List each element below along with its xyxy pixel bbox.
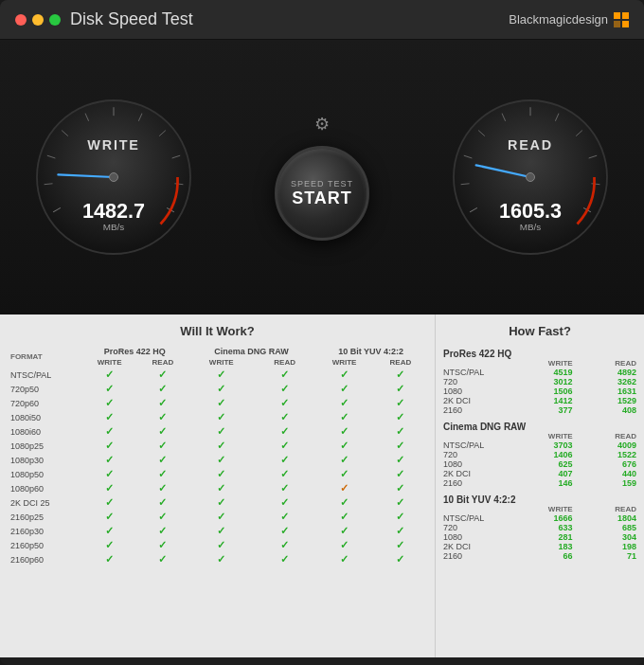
table-row: 2160p25✓✓✓✓✓✓ <box>8 510 427 524</box>
title-bar: Disk Speed Test Blackmagicdesign <box>0 0 644 40</box>
speed-read-val: 1804 <box>573 513 636 523</box>
check-cell: ✓ <box>137 524 188 538</box>
check-cell: ✓ <box>137 495 188 510</box>
speed-write-val: 3012 <box>500 377 573 386</box>
check-cell: ✓ <box>374 410 427 424</box>
speed-read-val: 676 <box>573 459 636 469</box>
format-col-header: FORMAT <box>8 346 81 368</box>
check-cell: ✓ <box>137 510 188 524</box>
check-cell: ✓ <box>255 439 314 453</box>
table-row: NTSC/PAL✓✓✓✓✓✓ <box>8 368 427 382</box>
start-main-label: START <box>292 189 352 208</box>
format-label: 1080i60 <box>8 424 81 439</box>
close-button[interactable] <box>15 14 27 26</box>
speed-row: 1080625676 <box>443 459 636 469</box>
check-cell: ✓ <box>81 524 137 538</box>
speed-write-val: 146 <box>500 478 573 488</box>
format-label: 2160p60 <box>8 552 81 566</box>
check-cell: ✓ <box>374 495 427 510</box>
speed-col-header: READ <box>573 432 636 440</box>
yuv-read-header: READ <box>374 357 427 368</box>
check-cell: ✓ <box>255 382 314 396</box>
speed-write-val: 3703 <box>500 440 573 450</box>
check-cell: ✓ <box>314 510 373 524</box>
check-cell: ✓ <box>81 481 137 495</box>
speed-read-val: 4892 <box>573 368 636 377</box>
speed-row-label: 2K DCI <box>443 469 500 478</box>
speed-row-label: 1080 <box>443 459 500 469</box>
check-cell: ✓ <box>137 439 188 453</box>
speed-write-val: 1666 <box>500 513 573 523</box>
check-cell: ✓ <box>81 538 137 552</box>
read-gauge-svg: READ 1605.3 MB/s <box>445 92 616 262</box>
check-cell: ✓ <box>374 538 427 552</box>
speed-read-val: 304 <box>573 532 636 542</box>
read-gauge: READ 1605.3 MB/s <box>445 92 616 262</box>
check-cell: ✓ <box>255 410 314 424</box>
check-cell: ✓ <box>188 396 255 410</box>
check-cell: ✓ <box>137 481 188 495</box>
check-cell: ✓ <box>255 481 314 495</box>
check-cell: ✓ <box>188 538 255 552</box>
format-label: 720p50 <box>8 382 81 396</box>
check-cell: ✓ <box>255 467 314 481</box>
speed-row: 2K DCI14121529 <box>443 396 636 405</box>
check-cell: ✓ <box>137 467 188 481</box>
settings-gear-icon[interactable]: ⚙ <box>314 114 330 135</box>
brand-sq-3 <box>614 21 620 27</box>
check-cell: ✓ <box>314 467 373 481</box>
start-button[interactable]: SPEED TEST START <box>275 146 369 241</box>
dng-write-header: WRITE <box>188 357 255 368</box>
speed-write-val: 183 <box>500 542 573 551</box>
svg-text:MB/s: MB/s <box>520 222 542 232</box>
check-cell: ✓ <box>255 424 314 439</box>
check-cell: ✓ <box>137 538 188 552</box>
check-cell: ✓ <box>255 396 314 410</box>
table-row: 2160p60✓✓✓✓✓✓ <box>8 552 427 566</box>
speed-col-header: WRITE <box>500 432 573 440</box>
speed-row: 72014061522 <box>443 450 636 459</box>
speed-row: 1080281304 <box>443 532 636 542</box>
prores-write-header: WRITE <box>81 357 137 368</box>
speed-read-val: 198 <box>573 542 636 551</box>
minimize-button[interactable] <box>32 14 44 26</box>
speed-write-val: 625 <box>500 459 573 469</box>
speed-read-val: 1529 <box>573 396 636 405</box>
check-cell: ✓ <box>188 368 255 382</box>
speed-tables: ProRes 422 HQWRITEREADNTSC/PAL4519489272… <box>443 346 636 561</box>
format-label: 1080p60 <box>8 481 81 495</box>
speed-col-header: WRITE <box>500 505 573 513</box>
maximize-button[interactable] <box>49 14 61 26</box>
cinema-dng-header: Cinema DNG RAW <box>188 346 315 357</box>
format-label: 2160p25 <box>8 510 81 524</box>
speed-col-header: READ <box>573 359 636 368</box>
check-cell: ✓ <box>314 495 373 510</box>
speed-write-val: 1406 <box>500 450 573 459</box>
check-cell: ✓ <box>81 467 137 481</box>
svg-text:MB/s: MB/s <box>103 222 125 232</box>
format-label: 2160p30 <box>8 524 81 538</box>
speed-row-label: 720 <box>443 450 500 459</box>
check-cell: ✓ <box>374 524 427 538</box>
brand-logo: Blackmagicdesign <box>509 12 629 27</box>
check-cell: ✓ <box>314 481 373 495</box>
check-cell: ✓ <box>81 495 137 510</box>
speed-group-name: 10 Bit YUV 4:2:2 <box>443 492 636 505</box>
format-label: 2K DCI 25 <box>8 495 81 510</box>
speed-write-val: 1412 <box>500 396 573 405</box>
format-label: 1080i50 <box>8 410 81 424</box>
check-cell: ✓ <box>137 382 188 396</box>
speed-group-table: Cinema DNG RAWWRITEREADNTSC/PAL370340097… <box>443 419 636 488</box>
check-cell: ✓ <box>374 510 427 524</box>
app-title: Disk Speed Test <box>70 9 193 29</box>
check-cell: ✓ <box>137 453 188 467</box>
check-cell: ✓ <box>137 424 188 439</box>
speed-group-name: ProRes 422 HQ <box>443 346 636 359</box>
speed-read-val: 1522 <box>573 450 636 459</box>
speed-write-val: 407 <box>500 469 573 478</box>
svg-text:WRITE: WRITE <box>87 137 139 153</box>
format-label: 1080p30 <box>8 453 81 467</box>
check-cell: ✓ <box>81 510 137 524</box>
speed-write-val: 1506 <box>500 386 573 396</box>
speed-write-val: 633 <box>500 523 573 532</box>
